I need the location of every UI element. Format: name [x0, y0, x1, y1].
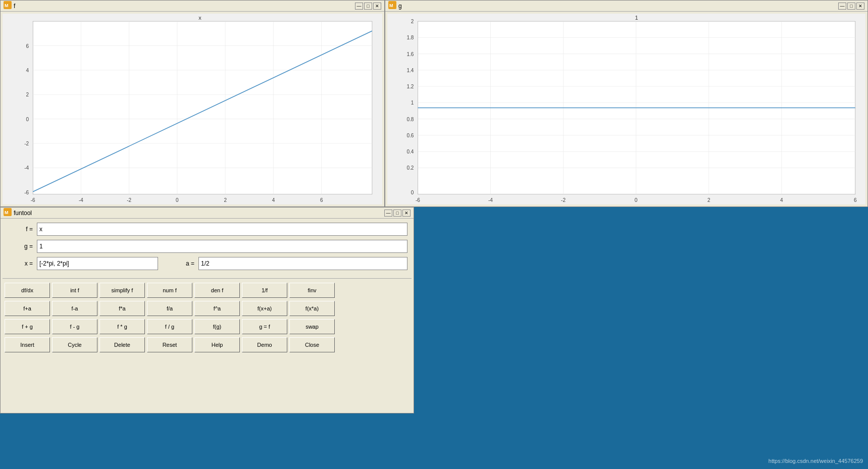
f-titlebar: M f — □ ✕ [1, 1, 384, 12]
insert-button[interactable]: Insert [5, 337, 50, 352]
button-row-1: df/dx int f simplify f num f den f 1/f f… [5, 283, 410, 298]
f-plot-svg: 6 4 2 0 -2 -4 -6 -6 -4 -2 0 2 4 6 x x [3, 14, 382, 204]
g-window-minimize[interactable]: — [838, 3, 846, 10]
svg-text:-2: -2 [127, 197, 131, 203]
svg-text:-4: -4 [488, 197, 493, 203]
svg-text:4: 4 [780, 197, 783, 203]
svg-text:0.4: 0.4 [406, 149, 414, 154]
xa-input-row: x = a = [7, 257, 407, 270]
cycle-button[interactable]: Cycle [52, 337, 97, 352]
f-div-a-button[interactable]: f/a [147, 301, 192, 316]
svg-text:1.8: 1.8 [406, 35, 414, 40]
svg-text:-6: -6 [31, 197, 35, 203]
f-plot-area: 6 4 2 0 -2 -4 -6 -6 -4 -2 0 2 4 6 x x [3, 14, 382, 204]
svg-text:-2: -2 [561, 197, 566, 203]
button-row-2: f+a f-a f*a f/a f^a f(x+a) f(x*a) [5, 301, 410, 316]
svg-text:0.2: 0.2 [406, 165, 414, 171]
f-plus-a-button[interactable]: f+a [5, 301, 50, 316]
desktop-area: https://blog.csdn.net/weixin_44576259 [414, 207, 868, 469]
svg-text:6: 6 [26, 43, 29, 49]
f-input-row: f = [7, 223, 407, 236]
funtool-close-btn[interactable]: ✕ [402, 210, 411, 217]
help-button[interactable]: Help [194, 337, 240, 352]
funtool-matlab-icon: M [4, 208, 12, 218]
svg-text:6: 6 [854, 197, 857, 203]
watermark-text: https://blog.csdn.net/weixin_44576259 [769, 458, 863, 464]
funtool-restore[interactable]: □ [393, 210, 401, 217]
f-window-matlab-icon: M [4, 1, 12, 11]
num-f-button[interactable]: num f [147, 283, 192, 298]
svg-text:4: 4 [26, 68, 29, 73]
funtool-window-title: funtool [14, 210, 32, 217]
swap-button[interactable]: swap [289, 319, 335, 334]
f-input[interactable] [37, 223, 407, 236]
svg-rect-2 [33, 21, 372, 194]
f-plus-g-button[interactable]: f + g [5, 319, 50, 334]
a-label: a = [158, 260, 198, 267]
f-pow-a-button[interactable]: f^a [194, 301, 240, 316]
svg-text:M: M [5, 3, 9, 8]
f-div-g-button[interactable]: f / g [147, 319, 192, 334]
f-label: f = [7, 226, 37, 233]
f-plot-window: M f — □ ✕ [0, 0, 385, 207]
a-input[interactable] [198, 257, 407, 270]
button-row-3: f + g f - g f * g f / g f(g) g = f swap [5, 319, 410, 334]
svg-text:-6: -6 [416, 197, 420, 203]
reset-button[interactable]: Reset [147, 337, 192, 352]
f-x-plus-a-button[interactable]: f(x+a) [242, 301, 287, 316]
g-input[interactable] [37, 240, 407, 253]
svg-text:2: 2 [224, 197, 227, 203]
demo-button[interactable]: Demo [242, 337, 287, 352]
svg-text:2: 2 [411, 19, 414, 24]
funtool-window: M funtool — □ ✕ f = g = x = a = [0, 207, 414, 413]
delete-button[interactable]: Delete [99, 337, 145, 352]
funtool-minimize[interactable]: — [384, 210, 392, 217]
g-titlebar: M g — □ ✕ [385, 1, 867, 12]
f-x-times-a-button[interactable]: f(x*a) [289, 301, 335, 316]
g-window-restore[interactable]: □ [847, 3, 855, 10]
svg-text:0: 0 [176, 197, 179, 203]
g-input-row: g = [7, 240, 407, 253]
svg-text:1: 1 [635, 15, 638, 21]
svg-text:0: 0 [411, 190, 414, 195]
button-row-4: Insert Cycle Delete Reset Help Demo Clos… [5, 337, 410, 352]
svg-text:6: 6 [320, 197, 323, 203]
f-window-title: f [14, 3, 15, 10]
svg-text:1.6: 1.6 [406, 51, 414, 57]
x-label: x = [7, 260, 37, 267]
finv-button[interactable]: finv [289, 283, 335, 298]
f-times-g-button[interactable]: f * g [99, 319, 145, 334]
den-f-button[interactable]: den f [194, 283, 240, 298]
x-input[interactable] [37, 257, 158, 270]
f-window-minimize[interactable]: — [355, 3, 363, 10]
close-action-button[interactable]: Close [289, 337, 335, 352]
f-minus-g-button[interactable]: f - g [52, 319, 97, 334]
g-label: g = [7, 243, 37, 250]
svg-text:0.6: 0.6 [406, 133, 414, 138]
f-minus-a-button[interactable]: f-a [52, 301, 97, 316]
f-window-restore[interactable]: □ [364, 3, 372, 10]
g-window-close[interactable]: ✕ [856, 3, 864, 10]
int-f-button[interactable]: int f [52, 283, 97, 298]
1-f-button[interactable]: 1/f [242, 283, 287, 298]
svg-text:1.4: 1.4 [406, 68, 414, 73]
svg-text:-4: -4 [24, 165, 29, 171]
svg-text:-2: -2 [24, 141, 29, 146]
funtool-titlebar: M funtool — □ ✕ [1, 207, 414, 219]
f-window-close[interactable]: ✕ [373, 3, 381, 10]
g-plot-svg: 2 1.8 1.6 1.4 1.2 1 0.8 0.6 0.4 0.2 0 -6… [387, 14, 865, 204]
f-times-a-button[interactable]: f*a [99, 301, 145, 316]
df-dx-button[interactable]: df/dx [5, 283, 50, 298]
f-of-g-button[interactable]: f(g) [194, 319, 240, 334]
svg-text:0: 0 [635, 197, 638, 203]
simplify-f-button[interactable]: simplify f [99, 283, 145, 298]
svg-text:4: 4 [272, 197, 275, 203]
g-window-title: g [398, 3, 402, 10]
g-eq-f-button[interactable]: g = f [242, 319, 287, 334]
svg-text:1.2: 1.2 [406, 84, 414, 89]
svg-text:0.8: 0.8 [406, 117, 414, 122]
svg-text:x: x [198, 15, 201, 21]
svg-text:M: M [5, 210, 9, 215]
svg-text:M: M [389, 3, 393, 8]
svg-text:2: 2 [26, 92, 29, 97]
